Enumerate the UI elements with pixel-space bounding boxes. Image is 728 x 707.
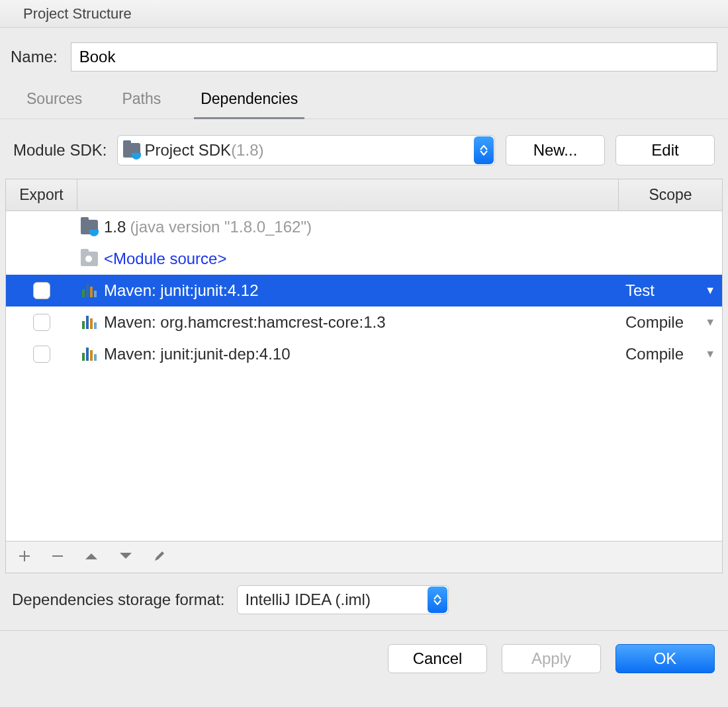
- tab-paths[interactable]: Paths: [115, 83, 167, 118]
- dependencies-panel: Export Scope 1.8 (java version "1.8.0_16…: [5, 179, 723, 573]
- sdk-selected-version: (1.8): [231, 141, 263, 160]
- remove-button[interactable]: [51, 549, 64, 565]
- add-button[interactable]: [18, 549, 31, 565]
- sdk-selected-prefix: Project SDK: [144, 141, 231, 160]
- export-checkbox[interactable]: [33, 282, 50, 299]
- storage-value: IntelliJ IDEA (.iml): [246, 590, 371, 609]
- move-down-button[interactable]: [118, 551, 133, 563]
- library-icon: [82, 316, 97, 329]
- new-sdk-button[interactable]: New...: [506, 135, 605, 165]
- chevron-down-icon: ▼: [705, 285, 715, 297]
- tabs: Sources Paths Dependencies: [0, 83, 728, 119]
- apply-button[interactable]: Apply: [502, 644, 601, 673]
- window-title: Project Structure: [0, 0, 728, 28]
- edit-sdk-button[interactable]: Edit: [615, 135, 715, 165]
- chevron-down-icon: ▼: [705, 316, 715, 328]
- jdk-version: 1.8: [104, 218, 126, 236]
- dependencies-header: Export Scope: [6, 179, 722, 211]
- dependency-row-junit-dep[interactable]: Maven: junit:junit-dep:4.10 Compile ▼: [6, 338, 722, 370]
- export-checkbox[interactable]: [33, 314, 50, 331]
- move-up-button[interactable]: [84, 551, 99, 563]
- stepper-icon: [428, 587, 447, 613]
- ok-button[interactable]: OK: [615, 644, 715, 673]
- folder-jdk-icon: [123, 143, 140, 158]
- dialog-footer: Cancel Apply OK: [0, 630, 728, 686]
- scope-value: Compile: [625, 313, 684, 332]
- scope-value: Compile: [625, 345, 684, 363]
- folder-module-icon: [81, 252, 98, 266]
- dependency-row-hamcrest[interactable]: Maven: org.hamcrest:hamcrest-core:1.3 Co…: [6, 306, 722, 338]
- folder-jdk-icon: [81, 220, 98, 234]
- jdk-version-detail: (java version "1.8.0_162"): [130, 218, 312, 236]
- dependency-row-module-source[interactable]: <Module source>: [6, 243, 722, 275]
- name-input[interactable]: [71, 42, 717, 71]
- dependencies-rows: 1.8 (java version "1.8.0_162") <Module s…: [6, 211, 722, 541]
- dependency-row-junit[interactable]: Maven: junit:junit:4.12 Test ▼: [6, 275, 722, 306]
- edit-button[interactable]: [153, 549, 166, 565]
- tab-sources[interactable]: Sources: [20, 83, 89, 118]
- dependency-label: Maven: junit:junit:4.12: [104, 281, 258, 300]
- tab-dependencies[interactable]: Dependencies: [194, 83, 304, 119]
- scope-select[interactable]: Compile ▼: [619, 345, 722, 363]
- module-sdk-select[interactable]: Project SDK (1.8): [117, 135, 495, 165]
- name-column-header[interactable]: [77, 179, 619, 211]
- export-column-header[interactable]: Export: [6, 179, 77, 211]
- scope-column-header[interactable]: Scope: [619, 179, 722, 211]
- library-icon: [82, 284, 97, 297]
- scope-select[interactable]: Compile ▼: [619, 313, 722, 332]
- module-sdk-label: Module SDK:: [13, 141, 107, 160]
- stepper-icon: [474, 136, 494, 164]
- storage-label: Dependencies storage format:: [12, 590, 225, 609]
- export-checkbox[interactable]: [33, 346, 50, 363]
- scope-value: Test: [625, 281, 655, 300]
- scope-select[interactable]: Test ▼: [619, 281, 722, 300]
- name-label: Name:: [11, 48, 58, 66]
- dependency-label: Maven: org.hamcrest:hamcrest-core:1.3: [104, 313, 386, 332]
- dependency-row-jdk[interactable]: 1.8 (java version "1.8.0_162"): [6, 211, 722, 243]
- module-source-label: <Module source>: [104, 250, 226, 268]
- storage-format-select[interactable]: IntelliJ IDEA (.iml): [237, 585, 449, 614]
- chevron-down-icon: ▼: [705, 348, 715, 360]
- cancel-button[interactable]: Cancel: [388, 644, 487, 673]
- dependency-label: Maven: junit:junit-dep:4.10: [104, 345, 291, 363]
- dependencies-toolbar: [6, 541, 722, 573]
- library-icon: [82, 348, 97, 361]
